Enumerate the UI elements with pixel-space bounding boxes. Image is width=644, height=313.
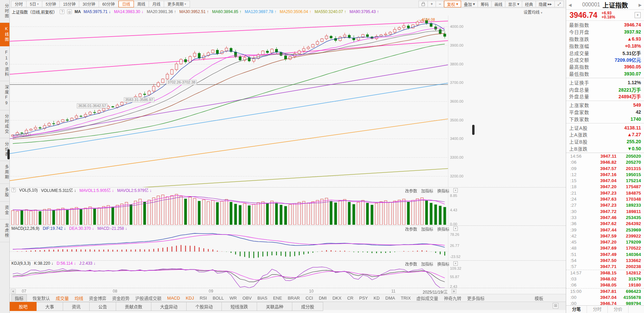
bottom-tab-2[interactable]: 大事 bbox=[37, 302, 63, 311]
indicator-20[interactable]: CR bbox=[347, 296, 353, 301]
tick-row[interactable]: :063948.0519180 bbox=[566, 282, 644, 288]
switch-indicator-link[interactable]: 换指标 bbox=[437, 226, 449, 232]
indicator-17[interactable]: CCI bbox=[306, 296, 313, 301]
tick-row[interactable]: :273947.23189233 bbox=[566, 202, 644, 208]
lock-button[interactable] bbox=[418, 1, 428, 7]
period-button-4[interactable]: 15分钟 bbox=[60, 1, 79, 7]
tick-row[interactable]: :093947.57201315 bbox=[566, 165, 644, 171]
tick-row[interactable]: 14:573948.15142812 bbox=[566, 270, 644, 276]
tool-button-8[interactable]: 显示▾ bbox=[505, 1, 522, 7]
tick-row[interactable]: :003947.044155678 bbox=[566, 294, 644, 300]
bottom-tab-10[interactable]: 成分股 bbox=[292, 302, 323, 311]
tick-row[interactable]: :393947.44253969 bbox=[566, 227, 644, 233]
scroll-right-button[interactable]: » bbox=[451, 289, 456, 294]
switch-indicator-link[interactable]: 换指标 bbox=[437, 261, 449, 267]
indicator-15[interactable]: ENE bbox=[273, 296, 282, 301]
indicator-25[interactable]: 虚拟成交量 bbox=[416, 295, 438, 301]
indicator-8[interactable]: MACD bbox=[167, 296, 180, 301]
tick-row[interactable]: :513947.49140364 bbox=[566, 251, 644, 257]
indicator-21[interactable]: PSY bbox=[359, 296, 368, 301]
sidebar-tab-8[interactable]: 多股 bbox=[0, 184, 9, 202]
indicator-14[interactable]: BIAS bbox=[257, 296, 267, 301]
bottom-tab-7[interactable]: 个股异动 bbox=[187, 302, 222, 311]
bottom-tab-4[interactable]: 公告 bbox=[90, 302, 116, 311]
bottom-tab-3[interactable]: 资讯 bbox=[63, 302, 90, 311]
tool-button-7[interactable]: 画线 bbox=[492, 1, 505, 7]
tick-row[interactable]: :183947.20175487 bbox=[566, 184, 644, 190]
tick-row[interactable]: :303947.72189811 bbox=[566, 208, 644, 214]
indicator-26[interactable]: 神奇九转 bbox=[444, 295, 461, 301]
indicator-13[interactable]: OBV bbox=[243, 296, 252, 301]
sidebar-tab-5[interactable]: 分时成交 bbox=[0, 110, 9, 138]
expand-button[interactable]: ⤢ bbox=[555, 1, 564, 7]
kdj-chart[interactable] bbox=[10, 266, 448, 288]
period-button-8[interactable]: 周线 bbox=[134, 1, 149, 7]
add-indicator-link[interactable]: 加指标 bbox=[421, 226, 433, 232]
tick-row[interactable]: 15:003947.81696423 bbox=[566, 288, 644, 294]
period-button-1[interactable]: 分时 bbox=[11, 1, 27, 7]
tick-row[interactable]: :243947.63170348 bbox=[566, 196, 644, 202]
indicator-7[interactable]: 沪股通成交额 bbox=[135, 295, 161, 301]
tick-row[interactable]: :453947.20179209 bbox=[566, 239, 644, 245]
period-button-3[interactable]: 5分钟 bbox=[42, 1, 60, 7]
plus-button[interactable]: + bbox=[428, 1, 436, 7]
change-params-link[interactable]: 改参数 bbox=[405, 261, 417, 267]
tick-row[interactable]: :063946.82205270 bbox=[566, 159, 644, 165]
indicator-12[interactable]: WR bbox=[230, 296, 237, 301]
scroll-left-button[interactable]: « bbox=[11, 289, 16, 294]
sidebar-tab-2[interactable]: K线图 bbox=[0, 23, 9, 46]
bottom-tab-1[interactable]: 股吧 bbox=[10, 302, 37, 311]
tick-row[interactable]: :423947.59239922 bbox=[566, 233, 644, 239]
collapse-handle[interactable] bbox=[472, 125, 475, 135]
sidebar-tab-10[interactable]: 龙虎榜 bbox=[0, 219, 9, 242]
change-params-link[interactable]: 改参数 bbox=[405, 188, 417, 194]
close-panel-icon[interactable]: × bbox=[453, 261, 458, 266]
indicator-16[interactable]: BRAR bbox=[288, 296, 300, 301]
indicator-2[interactable]: 恢复默认 bbox=[33, 295, 50, 301]
tick-row[interactable]: :483947.69170522 bbox=[566, 245, 644, 251]
add-indicator-link[interactable]: 加指标 bbox=[421, 188, 433, 194]
indicator-28[interactable]: 模板 bbox=[535, 295, 543, 301]
tick-row[interactable]: :033948.0231579 bbox=[566, 276, 644, 282]
bottom-tab-5[interactable]: 贡献点数 bbox=[116, 302, 151, 311]
tick-row[interactable]: :153947.04175214 bbox=[566, 178, 644, 184]
indicator-18[interactable]: DMI bbox=[319, 296, 327, 301]
prev-stock-icon[interactable]: ◀ bbox=[568, 3, 572, 7]
tick-tab-1[interactable]: 分笔 bbox=[566, 306, 587, 313]
tick-row[interactable]: :213947.23184875 bbox=[566, 190, 644, 196]
indicator-3[interactable]: 成交量 bbox=[56, 295, 69, 301]
add-to-watchlist-icon[interactable]: + bbox=[635, 12, 641, 18]
tick-row[interactable]: :363947.62264392 bbox=[566, 221, 644, 227]
indicator-6[interactable]: 资金趋势 bbox=[112, 295, 130, 301]
sidebar-tab-9[interactable]: 资金 bbox=[0, 202, 9, 219]
tick-tab-2[interactable]: 分时 bbox=[587, 306, 608, 313]
tool-button-9[interactable]: 经典 bbox=[522, 1, 536, 7]
tool-button-4[interactable]: 复权▾ bbox=[444, 1, 461, 7]
tick-row[interactable]: :573947.71200238 bbox=[566, 264, 644, 270]
collapse-handle[interactable] bbox=[7, 149, 10, 159]
set-ma-dropdown[interactable]: 设置均线 ▾ bbox=[524, 9, 542, 15]
sidebar-tab-4[interactable]: 深度F9 bbox=[0, 81, 9, 110]
indicator-1[interactable]: 指标 bbox=[11, 294, 27, 302]
indicator-4[interactable]: 均线 bbox=[75, 295, 83, 301]
sidebar-tab-3[interactable]: F10资料 bbox=[0, 46, 9, 81]
period-button-10[interactable]: 更多周期▾ bbox=[164, 1, 190, 7]
bottom-tab-6[interactable]: 大盘异动 bbox=[151, 302, 187, 311]
indicator-10[interactable]: RSI bbox=[200, 296, 207, 301]
indicator-23[interactable]: DMA bbox=[385, 296, 395, 301]
chevrons-button[interactable]: 隐藏▸▸ bbox=[536, 1, 555, 7]
indicator-24[interactable]: TRIX bbox=[401, 296, 411, 301]
tick-row[interactable]: 14:563947.11205020 bbox=[566, 153, 644, 159]
bottom-tab-9[interactable]: 关联品种 bbox=[257, 302, 292, 311]
tick-row[interactable]: :333947.46253435 bbox=[566, 214, 644, 220]
close-panel-icon[interactable]: × bbox=[453, 188, 458, 193]
period-button-7[interactable]: 日线 bbox=[118, 1, 134, 7]
indicator-5[interactable]: 资金博弈 bbox=[89, 295, 106, 301]
change-params-link[interactable]: 改参数 bbox=[405, 226, 417, 232]
add-indicator-link[interactable]: 加指标 bbox=[421, 261, 433, 267]
tool-button-5[interactable]: 叠加▾ bbox=[461, 1, 478, 7]
help-icon[interactable]: ? bbox=[60, 9, 64, 14]
tick-row[interactable]: :123947.16195015 bbox=[566, 171, 644, 177]
close-panel-icon[interactable]: × bbox=[453, 226, 458, 231]
period-button-9[interactable]: 月线 bbox=[149, 1, 164, 7]
